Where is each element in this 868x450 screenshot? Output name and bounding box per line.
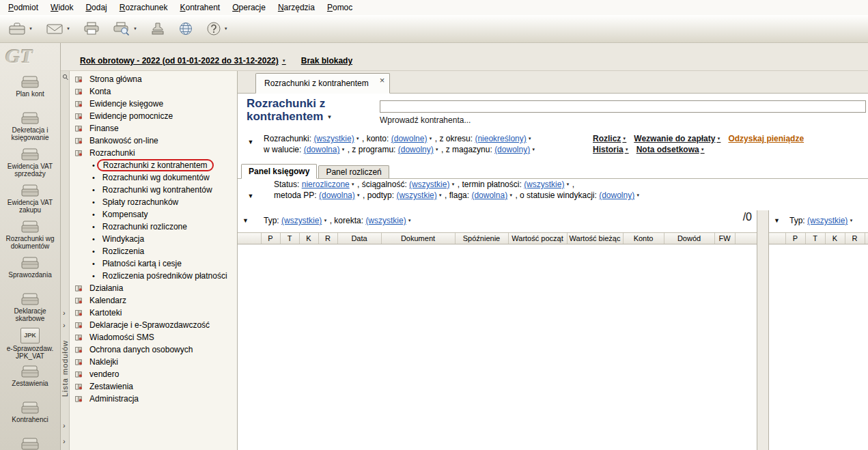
tree-item-zestawienia[interactable]: Zestawienia <box>70 380 237 393</box>
column-header[interactable]: T <box>805 233 825 244</box>
filter-konto-value[interactable]: (dowolne) <box>391 134 428 143</box>
rail-item-rozrachunki-wg-dokumentow[interactable]: Rozrachunki wg dokumentów <box>0 219 60 255</box>
dropdown-arrow-icon[interactable]: ▼ <box>451 182 455 186</box>
tree-item-windykacja[interactable]: •Windykacja <box>70 233 237 245</box>
dropdown-arrow-icon[interactable]: ▼ <box>565 182 570 186</box>
filter-metoda-pp-value[interactable]: (dowolna) <box>319 191 355 200</box>
column-header[interactable]: R <box>845 233 865 244</box>
wezwanie-do-zaplaty-button[interactable]: Wezwanie do zapłaty▼ <box>634 133 720 144</box>
subject-button[interactable]: ▼ <box>7 20 34 38</box>
close-icon[interactable]: × <box>380 76 385 85</box>
filter-termin-platnosci-value[interactable]: (wszystkie) <box>524 180 564 189</box>
dropdown-arrow-icon[interactable]: ▼ <box>509 193 513 197</box>
menu-operacje[interactable]: Operacje <box>226 1 272 14</box>
column-header[interactable]: R <box>318 233 337 244</box>
tab-panel-ksiegowy[interactable]: Panel księgowy <box>241 164 317 179</box>
historia-button[interactable]: Historia▼ <box>593 144 629 155</box>
column-header[interactable]: Spóźnienie <box>455 233 508 244</box>
tree-item-strona-glowna[interactable]: Strona główna <box>70 73 237 85</box>
filter-rozrachunki-value[interactable]: (wszystkie) <box>313 134 354 143</box>
chevron-right-icon[interactable]: › <box>63 322 66 329</box>
tree-item-kartoteki[interactable]: Kartoteki <box>70 307 237 319</box>
chevron-right-icon[interactable]: › <box>63 309 66 317</box>
filter-expand-icon[interactable]: ▼ <box>774 218 780 224</box>
tree-item-bankowosc-online[interactable]: Bankowość on-line <box>70 135 237 147</box>
chevron-right-icon[interactable]: › <box>63 438 66 445</box>
column-header[interactable]: Data <box>337 233 381 244</box>
pin-icon[interactable] <box>62 74 68 81</box>
column-header[interactable]: K <box>299 233 318 244</box>
print-button[interactable] <box>82 20 101 38</box>
tree-item-ewidencje-ksiegowe[interactable]: Ewidencje księgowe <box>70 98 237 110</box>
menu-kontrahent[interactable]: Kontrahent <box>173 1 226 14</box>
menu-podmiot[interactable]: Podmiot <box>2 1 44 14</box>
rail-item-deklaracje-skarbowe[interactable]: Deklaracje skarbowe <box>0 292 60 328</box>
tree-item-rozrachunki-z-kontrahentem[interactable]: •Rozrachunki z kontrahentem <box>70 159 237 171</box>
rail-item-kontrahenci[interactable]: Kontrahenci <box>0 400 60 436</box>
column-header[interactable]: Konto <box>623 233 664 244</box>
dropdown-arrow-icon[interactable]: ▼ <box>356 193 361 197</box>
dropdown-arrow-icon[interactable]: ▼ <box>356 137 360 141</box>
filter-podtyp-value[interactable]: (wszystkie) <box>396 191 436 200</box>
tree-item-platnosci-karta-i-cesje[interactable]: •Płatności kartą i cesje <box>70 257 237 270</box>
filter-windykacja-value[interactable]: (dowolny) <box>599 191 634 200</box>
lock-status-link[interactable]: Brak blokady <box>301 56 352 66</box>
tree-item-finanse[interactable]: Finanse <box>70 122 237 135</box>
dropdown-arrow-icon[interactable]: ▼ <box>351 182 355 186</box>
tree-item-rozrachunki-wg-kontrahentow[interactable]: •Rozrachunki wg kontrahentów <box>70 184 237 196</box>
stamp-button[interactable] <box>149 20 167 38</box>
nota-odsetkowa-button[interactable]: Nota odsetkowa▼ <box>636 144 705 155</box>
dropdown-arrow-icon[interactable]: ▼ <box>428 137 432 141</box>
dropdown-arrow-icon[interactable]: ▼ <box>408 219 412 223</box>
filter-status-value[interactable]: nierozliczone <box>302 180 350 189</box>
rail-item-ewidencja-vat-zakupu[interactable]: Ewidencja VAT zakupu <box>0 183 60 219</box>
tree-item-dzialania[interactable]: Działania <box>70 282 237 294</box>
dropdown-arrow-icon[interactable]: ▼ <box>636 193 640 197</box>
column-header[interactable]: Dowód <box>664 233 714 244</box>
tree-item-ochrona-danych-osobowych[interactable]: Ochrona danych osobowych <box>70 343 237 356</box>
rail-item-jpk[interactable]: JPK e-Sprawozdaw. JPK_VAT <box>0 328 60 364</box>
tree-item-rozrachunki-rozliczone[interactable]: •Rozrachunki rozliczone <box>70 221 237 233</box>
dropdown-arrow-icon[interactable]: ▼ <box>849 219 853 223</box>
tree-item-kompensaty[interactable]: •Kompensaty <box>70 208 237 221</box>
mail-button[interactable]: ▼ <box>44 20 72 37</box>
grid-splitter[interactable] <box>757 210 768 450</box>
tree-item-rozrachunki-wg-dokumentow[interactable]: •Rozrachunki wg dokumentów <box>70 171 237 184</box>
dropdown-arrow-icon[interactable]: ▼ <box>323 219 327 223</box>
filter-expand-icon[interactable]: ▼ <box>242 218 249 224</box>
rail-item-zestawienia[interactable]: Zestawienia <box>0 364 60 400</box>
contractor-search-input[interactable] <box>380 100 866 113</box>
column-header[interactable]: Wartość bieżąc <box>567 233 623 244</box>
menu-widok[interactable]: Widok <box>44 1 79 14</box>
filter-expand-icon[interactable]: ▼ <box>248 139 254 145</box>
tree-item-ewidencje-pomocnicze[interactable]: Ewidencje pomocnicze <box>70 110 237 122</box>
dropdown-arrow-icon[interactable]: ▼ <box>438 193 443 197</box>
rail-item-ewidencja-vat-sprzedazy[interactable]: Ewidencja VAT sprzedaży <box>0 147 60 183</box>
filter-expand-icon[interactable]: ▼ <box>248 193 254 199</box>
filter-magazyn-value[interactable]: (dowolny) <box>494 145 530 154</box>
help-button[interactable]: ▼ <box>205 20 229 38</box>
tree-item-splaty-rozrachunkow[interactable]: •Spłaty rozrachunków <box>70 196 237 208</box>
globe-button[interactable] <box>177 20 195 38</box>
tree-item-rozliczenia[interactable]: •Rozliczenia <box>70 245 237 257</box>
fiscal-year-link[interactable]: Rok obrotowy - 2022 (od 01-01-2022 do 31… <box>80 56 286 66</box>
menu-rozrachunek[interactable]: Rozrachunek <box>113 1 174 14</box>
tree-item-kalendarz[interactable]: Kalendarz <box>70 294 237 307</box>
column-header[interactable]: T <box>280 233 299 244</box>
tree-item-wiadomosci-sms[interactable]: Wiadomości SMS <box>70 331 237 343</box>
column-header[interactable]: K <box>825 233 845 244</box>
rail-item-sprawozdania[interactable]: Sprawozdania <box>0 255 60 292</box>
column-header[interactable]: FW <box>714 233 735 244</box>
menu-pomoc[interactable]: Pomoc <box>321 1 359 14</box>
tree-item-konta[interactable]: Konta <box>70 85 237 98</box>
filter-okres-value[interactable]: (nieokreślony) <box>475 134 526 143</box>
rozlicz-button[interactable]: Rozlicz▼ <box>593 133 626 144</box>
odzyskaj-pieniadze-link[interactable]: Odzyskaj pieniądze <box>728 133 804 144</box>
tree-item-naklejki[interactable]: Naklejki <box>70 356 237 368</box>
column-header[interactable]: Dokument <box>381 233 455 244</box>
print-preview-button[interactable]: ▼ <box>111 20 139 38</box>
rail-item-dekretacja[interactable]: Dekretacja i księgowanie <box>0 111 60 147</box>
filter-program-value[interactable]: (dowolny) <box>398 145 434 154</box>
filter-typ-value[interactable]: (wszystkie) <box>281 216 322 225</box>
menu-narzedzia[interactable]: Narzędzia <box>272 1 321 14</box>
